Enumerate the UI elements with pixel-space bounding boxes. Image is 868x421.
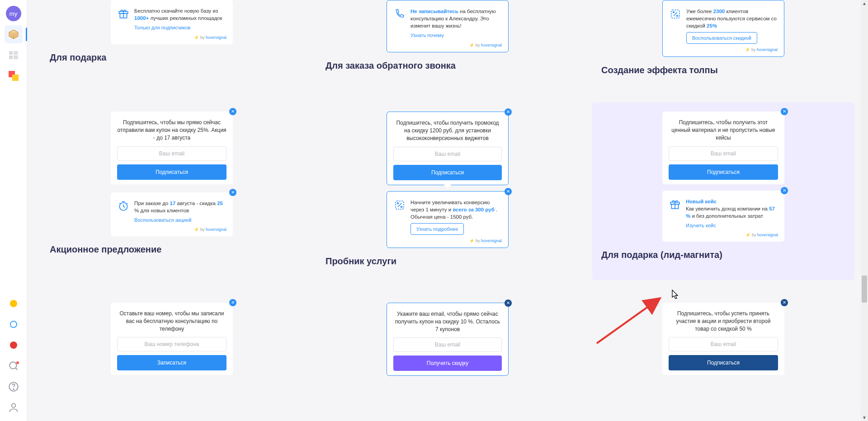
avatar: my [6,6,21,21]
close-icon[interactable]: ✕ [781,108,788,115]
user-icon [8,402,19,413]
card-gift-db: Бесплатно скачайте новую базу из 1000+ л… [111,0,233,44]
dot-blue-icon [10,321,17,328]
subscribe-button[interactable]: Подписаться [669,164,778,180]
cell-mid-3[interactable]: ✕ Подпишитесь, чтобы получить этот ценны… [592,103,854,280]
email-input[interactable] [669,146,778,161]
close-icon[interactable]: ✕ [781,299,788,306]
svg-rect-2 [14,53,18,55]
section-title: Для заказа обратного звонка [326,61,456,71]
card-footer: ⚡ by hoversignal [669,47,778,52]
cell-mid-2[interactable]: ✕ Подпишитесь, чтобы получить промокод н… [316,103,579,280]
close-icon[interactable]: ✕ [229,299,236,306]
text: Бесплатно скачайте новую базу из [134,8,218,14]
card-trial-mini: ✕ Начните увеличивать конверсию через 1 … [387,191,509,248]
highlight: всего за 300 руб [453,207,494,212]
cell-bot-2[interactable]: ✕ Укажите ваш email, чтобы прямо сейчас … [316,294,579,376]
mini-title: Новый кейс [686,199,717,204]
sidebar-item-user[interactable] [5,398,23,416]
subscribe-button[interactable]: Подписаться [669,355,778,370]
email-input[interactable] [669,337,778,351]
gift-icon [669,198,681,210]
study-case-link[interactable]: Изучить кейс [686,222,716,229]
sidebar-avatar[interactable]: my [5,5,23,23]
highlight: Не записывайтесь [410,9,458,14]
use-promo-link[interactable]: Воспользоваться акцией [134,217,192,224]
scroll-up-icon[interactable]: ▲ [862,1,867,6]
sidebar-item-templates[interactable] [5,25,23,43]
box-icon [8,28,19,40]
notification-dot-icon [16,361,19,364]
cell-bot-1[interactable]: ✕ Оставьте ваш номер, чтобы мы записали … [41,294,303,376]
highlight: 2300 [713,9,725,14]
email-input[interactable] [117,146,226,161]
sidebar-item-status-blue[interactable] [5,315,23,333]
card-coupon: ✕ Укажите ваш email, чтобы прямо сейчас … [387,303,509,376]
card-consult: Не записывайтесь на бесплатную консульта… [387,0,509,52]
cell-top-2: Не записывайтесь на бесплатную консульта… [316,0,579,89]
cell-bot-3[interactable]: ✕ Подпишитесь, чтобы успеть принять учас… [592,294,854,376]
text: лучших рекламных площадок [151,15,222,21]
text: и без дополнительных затрат [692,213,763,219]
dot-yellow-icon [10,300,17,307]
svg-rect-3 [9,56,13,59]
svg-point-6 [9,362,16,369]
close-icon[interactable]: ✕ [505,188,512,195]
close-icon[interactable]: ✕ [229,108,236,115]
text: % для новых клиентов [134,208,189,213]
sidebar: my [0,0,27,421]
svg-point-14 [677,15,678,17]
clock-icon [117,200,130,212]
sidebar-item-shapes[interactable] [5,67,23,85]
card-footer: ⚡ by hoversignal [669,233,778,237]
card-footer: ⚡ by hoversignal [117,227,226,232]
sidebar-item-help[interactable] [5,378,23,396]
shapes-icon [9,71,19,81]
use-discount-button[interactable]: Воспользоваться скидкой [686,32,757,44]
phone-input[interactable] [117,337,226,351]
percent-icon [393,199,406,211]
subscribe-button[interactable]: Подписаться [117,164,226,180]
cell-mid-1[interactable]: ✕ Подпишитесь, чтобы мы прямо сейчас отп… [41,103,303,280]
section-title: Для подарка [50,52,106,63]
get-discount-button[interactable]: Получить скидку [393,356,502,371]
close-icon[interactable]: ✕ [505,299,512,307]
close-icon[interactable]: ✕ [505,108,512,116]
sidebar-item-chat[interactable] [5,357,23,375]
email-input[interactable] [393,337,502,352]
list-icon [8,49,19,61]
card-text: Укажите ваш email, чтобы прямо сейчас по… [393,310,502,333]
section-title: Для подарка (лид-магнита) [601,250,722,260]
svg-point-8 [13,389,14,390]
sidebar-item-status-yellow[interactable] [5,295,23,313]
sidebar-item-status-red[interactable] [5,336,23,354]
scrollbar[interactable]: ▲ ▼ [861,0,868,421]
card-footer: ⚡ by hoversignal [393,43,502,47]
svg-rect-1 [14,51,18,52]
signup-button[interactable]: Записаться [117,355,226,370]
svg-rect-5 [14,57,18,59]
email-input[interactable] [393,147,502,161]
help-icon [8,381,19,393]
scroll-thumb[interactable] [862,276,867,303]
card-leadmagnet-subscribe: ✕ Подпишитесь, чтобы получить этот ценны… [662,112,784,184]
subscribe-button[interactable]: Подписаться [393,165,502,180]
sidebar-item-list[interactable] [5,46,23,64]
phone-icon [393,8,406,20]
card-footer: ⚡ by hoversignal [393,239,502,243]
subscribers-link[interactable]: Только для подписчиков [134,24,190,31]
svg-point-17 [397,202,399,204]
main-content: Бесплатно скачайте новую базу из 1000+ л… [27,0,868,421]
text: августа - скидка [177,201,216,206]
close-icon[interactable]: ✕ [781,187,788,194]
why-link[interactable]: Узнать почему [410,32,444,39]
svg-point-18 [401,206,402,207]
cell-top-3: Уже более 2300 клиентов ежемесячно польз… [592,0,854,89]
learn-more-button[interactable]: Узнать подробнее [410,223,464,235]
card-callback: ✕ Оставьте ваш номер, чтобы мы записали … [111,303,233,375]
scroll-down-icon[interactable]: ▼ [862,415,867,420]
card-second-item: ✕ Подпишитесь, чтобы успеть принять учас… [662,303,784,375]
close-icon[interactable]: ✕ [229,189,236,196]
text: При заказе до [134,201,168,206]
svg-rect-4 [14,56,18,57]
